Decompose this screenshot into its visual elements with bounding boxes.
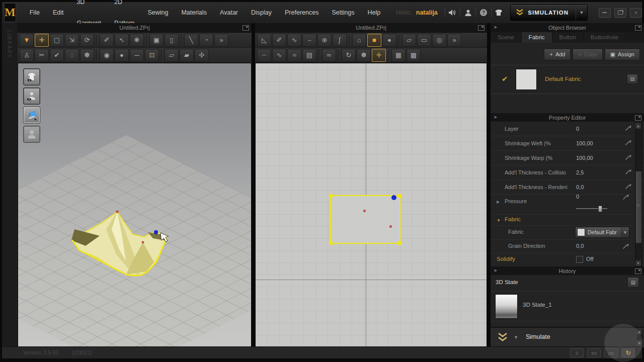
property-value[interactable]: 100,00 xyxy=(576,140,620,146)
pattern-corner-handle[interactable] xyxy=(398,194,401,198)
wrench-icon[interactable] xyxy=(620,124,635,133)
copy-fabric-button[interactable]: ≡Copy xyxy=(573,49,602,60)
show-garment-toggle[interactable] xyxy=(24,69,40,85)
capture-state-icon[interactable]: ▤ xyxy=(627,277,639,288)
rotate-gizmo-tool[interactable]: ⟳ xyxy=(80,34,94,47)
close-button[interactable]: × xyxy=(630,8,642,18)
menu-item-preferences[interactable]: Preferences xyxy=(278,2,325,23)
popout-window-icon[interactable] xyxy=(635,115,641,121)
3d-view-button[interactable]: 3D xyxy=(587,348,601,357)
menu-item-sewing[interactable]: Sewing xyxy=(141,2,175,23)
pin-tool[interactable]: ✐ xyxy=(100,34,114,47)
dock-arrow-icon[interactable]: ➤ xyxy=(494,25,498,30)
double-chevron-down-icon[interactable] xyxy=(497,332,509,342)
more-tools-overflow[interactable]: » xyxy=(214,34,228,47)
show-avatar-2-toggle[interactable] xyxy=(24,126,40,142)
save-fabric-icon[interactable]: ▤ xyxy=(627,74,638,84)
pattern-piece[interactable] xyxy=(330,195,400,244)
show-avatar-toggle[interactable] xyxy=(24,88,40,104)
assign-fabric-button[interactable]: ▣Assign xyxy=(605,49,640,60)
expander-icon[interactable]: ▶ xyxy=(497,200,500,204)
polygon-tool[interactable]: ⌂ xyxy=(352,34,366,47)
wrench-icon[interactable] xyxy=(620,139,635,148)
scroll-up-button[interactable]: ▲ xyxy=(635,123,641,129)
grain-direction-value[interactable]: 0,0 xyxy=(576,243,584,249)
help-icon[interactable]: ? xyxy=(479,6,488,19)
internal-rectangle-tool[interactable]: ▭ xyxy=(417,34,431,47)
button-tool[interactable]: ● xyxy=(115,49,129,62)
property-editor-scrollbar[interactable]: ▲ ▼ xyxy=(635,123,642,266)
pattern-corner-handle[interactable] xyxy=(398,241,401,245)
menu-item-materials[interactable]: Materials xyxy=(175,2,213,23)
edit-curvature-tool[interactable]: ∿ xyxy=(287,34,301,47)
fold-3d-tool[interactable]: ↻ xyxy=(342,49,356,62)
circumference-tape-tool[interactable]: ◔ xyxy=(199,34,213,47)
simulation-button[interactable]: SIMULATION ▼ xyxy=(510,5,588,21)
account-icon[interactable] xyxy=(463,6,472,19)
show-sewing-tool[interactable]: ✛ xyxy=(372,49,386,62)
menu-item-avatar[interactable]: Avatar xyxy=(213,2,245,23)
wrench-icon[interactable] xyxy=(620,183,635,192)
edit-pattern-tool[interactable]: ✐ xyxy=(272,34,286,47)
new-garment-icon[interactable] xyxy=(494,6,503,19)
popout-window-icon[interactable] xyxy=(243,25,249,31)
free-sewing-tool[interactable]: ∿ xyxy=(272,49,286,62)
menu-item-settings[interactable]: Settings xyxy=(325,2,361,23)
property-value[interactable]: 0 xyxy=(576,126,620,132)
add-point-tool[interactable]: ⊕ xyxy=(317,34,332,47)
selected-point-blue[interactable] xyxy=(391,195,396,200)
wrench-icon[interactable] xyxy=(618,242,633,251)
pattern-point-red[interactable] xyxy=(363,210,366,212)
menu-item-edit[interactable]: Edit xyxy=(46,2,70,23)
simulate-dropdown-arrow[interactable]: ▼ xyxy=(514,335,518,340)
tab-button[interactable]: Button xyxy=(552,32,584,43)
transform-texture-tool[interactable]: ▩ xyxy=(407,49,421,62)
show-fabric-toggle[interactable] xyxy=(24,107,40,123)
pattern-corner-handle[interactable] xyxy=(329,241,333,245)
segment-sewing-tool[interactable]: ┄ xyxy=(257,49,271,62)
arrange-garment-tool[interactable]: ▣ xyxy=(149,34,164,47)
restore-button[interactable] xyxy=(614,8,626,18)
pattern-corner-handle[interactable] xyxy=(329,194,333,198)
pressure-value[interactable]: 0 xyxy=(576,194,579,200)
wrench-icon[interactable] xyxy=(620,168,635,177)
tab-fabric[interactable]: Fabric xyxy=(522,32,552,43)
sew-garment-tool[interactable]: ✔ xyxy=(50,49,64,62)
minimize-button[interactable] xyxy=(599,8,611,18)
slider-handle[interactable] xyxy=(598,206,602,212)
menu-item-file[interactable]: File xyxy=(23,2,46,23)
fabric-list-item[interactable]: ✔ Default Fabric ▤ xyxy=(491,65,644,94)
simulate-arrow-tool[interactable]: ▼ xyxy=(20,34,34,47)
flatten-cloth-tool[interactable]: ✽ xyxy=(357,49,371,62)
select-sewing-3d-tool[interactable]: ✂ xyxy=(35,49,49,62)
pattern-point-red[interactable] xyxy=(389,225,392,228)
edit-bezier-tool[interactable]: ∫ xyxy=(333,34,347,47)
edit-curve-point-tool[interactable]: ⌢ xyxy=(302,34,316,47)
transform-pattern-tool[interactable]: ◺ xyxy=(257,34,271,47)
collapse-triangle-icon[interactable]: ▼ xyxy=(497,218,501,223)
simulation-dropdown-arrow[interactable]: ▼ xyxy=(576,5,587,20)
arrange-pair-tool[interactable]: ▯ xyxy=(165,34,179,47)
rectangle-tool[interactable]: ■ xyxy=(367,34,381,47)
edit-texture-tool[interactable]: ▦ xyxy=(391,49,406,62)
pressure-slider[interactable] xyxy=(576,208,607,210)
ellipse-tool[interactable]: ● xyxy=(382,34,396,47)
tape-measure-tool[interactable]: ╲ xyxy=(184,34,198,47)
iron-tool[interactable]: ≂ xyxy=(322,49,336,62)
internal-circle-tool[interactable]: ◎ xyxy=(432,34,446,47)
library-sidebar[interactable]: LIBRARY xyxy=(2,23,18,358)
property-value[interactable]: 2,5 xyxy=(576,169,620,175)
popout-window-icon[interactable] xyxy=(635,268,641,274)
tab-buttonhole[interactable]: Buttonhole xyxy=(584,32,626,43)
walk-avatar-tool[interactable]: ♙ xyxy=(20,49,34,62)
fabric-item-name[interactable]: Default Fabric xyxy=(545,76,581,82)
add-fabric-button[interactable]: +Add xyxy=(544,49,571,60)
wrench-icon[interactable] xyxy=(618,193,633,202)
draped-cloth[interactable] xyxy=(18,63,251,347)
menu-item-display[interactable]: Display xyxy=(245,2,278,23)
fold-pins-tool[interactable]: ✣ xyxy=(195,49,209,62)
wind-plane-tool[interactable]: ▱ xyxy=(165,49,179,62)
transform-gizmo-tool[interactable]: ⇲ xyxy=(65,34,79,47)
attach-button-line-tool[interactable]: ─ xyxy=(130,49,144,62)
attach-pin-garment-tool[interactable]: ❋ xyxy=(130,34,144,47)
